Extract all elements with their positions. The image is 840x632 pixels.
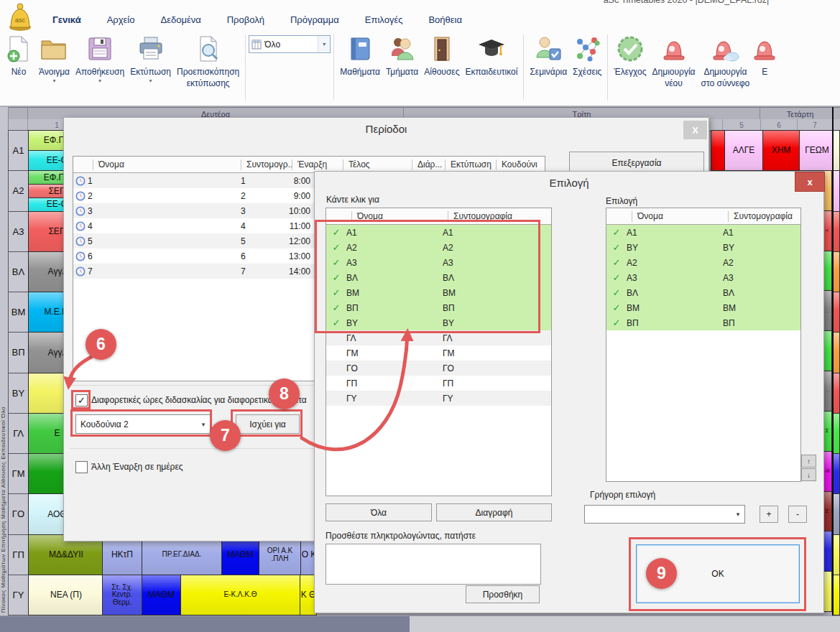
tab-dedomena[interactable]: Δεδομένα [147, 10, 213, 29]
tab-programma[interactable]: Πρόγραμμα [277, 10, 352, 29]
annotation-rect-applies [231, 409, 303, 437]
new-button[interactable]: Νέο [1, 33, 36, 78]
app-bell-icon[interactable]: asc [4, 1, 36, 34]
selection-row[interactable]: ✓ Α2 Α2 [606, 255, 800, 270]
clock-icon [73, 251, 88, 261]
lesson-cell-partial [833, 453, 840, 494]
selection-row[interactable]: ✓ ΒΠ ΒΠ [606, 315, 800, 330]
timetable-row: ΓΥ ΝΕΑ (Π) [8, 575, 116, 615]
selection-row[interactable]: ✓ ΓΟ ΓΟ [326, 361, 551, 376]
class-row-header[interactable]: ΒΠ [8, 332, 29, 373]
relations-button[interactable]: Σχέσεις [570, 33, 604, 78]
tab-voitheia[interactable]: Βοήθεια [415, 10, 475, 29]
click-for-label: Κάντε κλικ για [326, 195, 379, 205]
save-dropdown-caret[interactable]: ▾ [98, 78, 101, 84]
tab-provoli[interactable]: Προβολή [214, 10, 277, 29]
lesson-cell[interactable]: ΑΛΓΕ [724, 130, 763, 171]
class-row-header[interactable]: Α3 [8, 211, 29, 252]
selection-row[interactable]: ✓ ΓΠ ΓΠ [326, 376, 551, 391]
tab-genika[interactable]: Γενικά [40, 10, 94, 29]
selection-row[interactable]: ✓ Α1 Α1 [606, 225, 800, 240]
all-button[interactable]: Όλα [326, 503, 432, 521]
row-name: ΓΛ [346, 333, 443, 343]
class-row-header[interactable]: ΒΥ [8, 373, 29, 414]
lesson-cell-partial [833, 332, 840, 373]
tab-epiloges[interactable]: Επιλογές [352, 10, 416, 29]
generate-cloud-button[interactable]: Δημιουργία στο σύννεφο [698, 33, 753, 90]
type-input[interactable] [326, 544, 541, 585]
class-row-header[interactable]: ΒΜ [8, 292, 29, 333]
subjects-button[interactable]: Μαθήματα [337, 33, 383, 78]
row-abbr: Α1 [723, 228, 800, 238]
selected-list[interactable]: Όνομα Συντομογραφία ✓ Α1 Α1 ✓ ΒΥ ΒΥ ✓ Α2… [606, 208, 801, 482]
class-row-header[interactable]: ΒΛ [8, 251, 29, 292]
col-bell: Κουδούνι [496, 159, 545, 170]
class-row-header[interactable]: ΓΟ [8, 493, 29, 534]
selection-label: Επιλογή [606, 196, 637, 206]
move-up-button[interactable]: ↑ [801, 455, 816, 468]
check-icon: ✓ [606, 242, 627, 253]
annotation-rect-checkbox [71, 390, 91, 409]
close-icon[interactable]: x [795, 172, 825, 192]
top-right-cells: ΑΛΓΕΧΗΜΓΕΩΜ [711, 131, 835, 171]
quick-select-add-button[interactable]: + [760, 506, 778, 523]
open-button[interactable]: Άνοιγμα ▾ [36, 33, 73, 85]
class-row-header[interactable]: Α2 [8, 170, 29, 211]
class-row-header[interactable]: ΓΛ [8, 413, 29, 454]
cut-off-button[interactable]: Ε [752, 33, 777, 78]
classes-button[interactable]: Τμήματα [383, 33, 421, 78]
selection-row[interactable]: ✓ ΒΛ ΒΛ [606, 285, 800, 300]
period-abbr: 2 [235, 191, 284, 201]
print-preview-button[interactable]: Προεπισκόπηση εκτύπωσης [174, 33, 242, 90]
view-combo-caret[interactable]: ▾ [318, 36, 330, 52]
lesson-cell[interactable]: ΝΕΑ (Π) [28, 575, 104, 615]
day-boundary-line [832, 107, 834, 615]
add-button[interactable]: Προσθήκη [466, 585, 540, 603]
gy-row-cells: Στ. Σχ. Κεντρ. Θερμ.ΜΑΘΜΕ-Κ.Λ.Κ.ΘΚ Θ [103, 575, 317, 615]
lesson-cell[interactable]: Ε-Κ.Λ.Κ.Θ [180, 575, 300, 615]
toolbar-separator [607, 34, 608, 101]
open-dropdown-caret[interactable]: ▾ [52, 78, 55, 84]
clock-icon [73, 221, 88, 231]
selection-row[interactable]: ✓ Α3 Α3 [606, 270, 800, 285]
row-abbr: ΓΜ [443, 348, 551, 358]
period-abbr: 5 [235, 236, 284, 246]
selection-row[interactable]: ✓ ΒΥ ΒΥ [606, 240, 800, 255]
toolbar-separator [245, 34, 246, 101]
delete-button[interactable]: Διαγραφή [436, 503, 552, 521]
period-name: 3 [88, 206, 235, 216]
class-row-header[interactable]: ΓΜ [8, 453, 29, 494]
tab-arxeio[interactable]: Αρχείο [94, 10, 148, 29]
class-row-header[interactable]: ΓΥ [8, 575, 29, 615]
class-row-header[interactable]: ΓΠ [8, 534, 29, 575]
other-start-checkbox[interactable] [75, 461, 88, 473]
lesson-cell[interactable] [711, 130, 725, 171]
close-icon[interactable]: X [683, 121, 707, 139]
lesson-cell[interactable]: ΧΗΜ [762, 130, 800, 171]
lesson-cell[interactable]: Στ. Σχ. Κεντρ. Θερμ. [102, 575, 142, 615]
print-dropdown-caret[interactable]: ▾ [149, 78, 152, 84]
teachers-button[interactable]: Εκπαιδευτικοί [462, 33, 520, 78]
annotation-step-7: 7 [210, 420, 241, 451]
seminars-button[interactable]: Σεμινάρια [527, 33, 570, 78]
generate-new-button[interactable]: Δημιουργία νέου [650, 33, 698, 90]
period-start: 10:00 [284, 206, 310, 216]
selection-row[interactable]: ✓ ΒΜ ΒΜ [606, 300, 800, 315]
print-preview-icon [194, 34, 223, 65]
move-down-button[interactable]: ↓ [801, 468, 816, 481]
lesson-cell[interactable]: ΓΕΩΜ [799, 130, 835, 171]
lesson-cell[interactable]: ΜΑΘΜ [142, 575, 181, 615]
selected-list-header: Όνομα Συντομογραφία [606, 208, 800, 225]
period-start: 9:00 [284, 191, 310, 201]
save-button[interactable]: Αποθήκευση ▾ [73, 33, 127, 85]
class-row-header[interactable]: Α1 [8, 130, 29, 171]
rooms-button[interactable]: Αίθουσες [421, 33, 462, 78]
print-button[interactable]: Εκτύπωση ▾ [127, 33, 174, 85]
period-start: 8:00 [284, 176, 310, 186]
selection-row[interactable]: ✓ ΓΜ ΓΜ [326, 345, 551, 361]
selection-row[interactable]: ✓ ΓΥ ΓΥ [326, 391, 551, 406]
quick-select-remove-button[interactable]: - [788, 506, 807, 523]
check-button[interactable]: Έλεγχος [611, 33, 649, 78]
view-combo[interactable]: Όλο ▾ [249, 35, 331, 53]
quick-select-dropdown[interactable]: ▾ [584, 505, 745, 524]
